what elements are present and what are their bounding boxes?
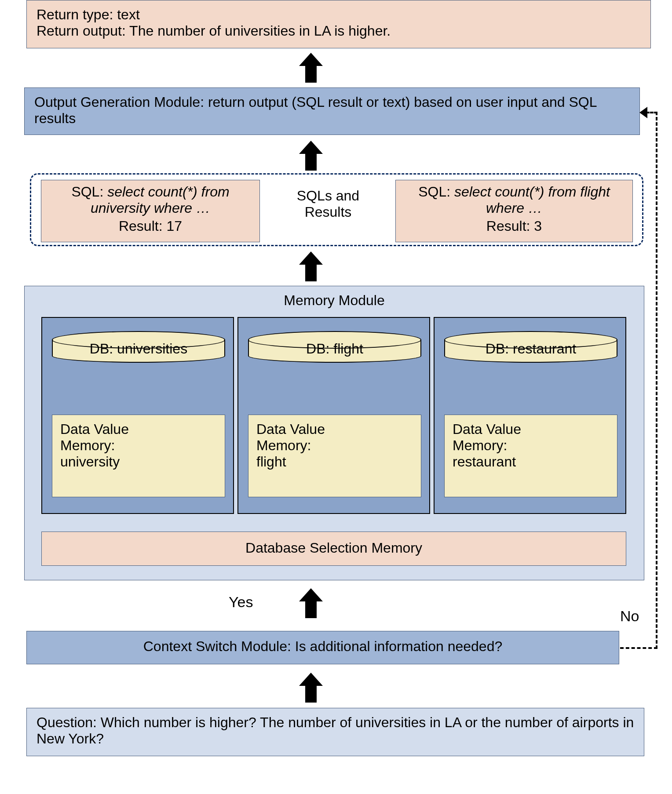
database-selection-memory: Database Selection Memory	[41, 532, 626, 566]
sql-left-result: Result: 17	[47, 218, 254, 234]
arrow-context-to-memory-icon	[299, 588, 323, 618]
output-generation-module: Output Generation Module: return output …	[24, 87, 640, 135]
dv1-l1: Data Value	[256, 421, 413, 437]
no-path-vertical-icon	[656, 112, 657, 649]
question-text: Question: Which number is higher? The nu…	[37, 714, 634, 747]
sql-right-result: Result: 3	[401, 218, 627, 234]
question-box: Question: Which number is higher? The nu…	[26, 708, 644, 756]
db-cylinder-1-icon: DB: flight	[248, 331, 421, 366]
arrow-output-to-return-icon	[299, 53, 323, 83]
sql-left-line: SQL: select count(*) from university whe…	[47, 184, 254, 216]
data-value-memory-2: Data Value Memory: restaurant	[444, 415, 617, 497]
memory-db-panel-0: DB: universities Data Value Memory: univ…	[41, 317, 234, 514]
sql-right-query: select count(*) from flight where …	[454, 184, 610, 216]
db-cylinder-1-label: DB: flight	[248, 341, 421, 357]
sql-right-prefix: SQL:	[418, 184, 454, 200]
sql-left-query: select count(*) from university where …	[91, 184, 230, 216]
dv0-l2: Memory:	[60, 437, 217, 454]
sql-right-line: SQL: select count(*) from flight where …	[401, 184, 627, 216]
database-selection-memory-label: Database Selection Memory	[245, 540, 422, 556]
dv0-l3: university	[60, 454, 217, 470]
memory-db-panel-1: DB: flight Data Value Memory: flight	[237, 317, 430, 514]
no-path-horizontal-icon	[620, 647, 657, 649]
sqls-mid-label: SQLs and Results	[269, 188, 387, 220]
arrow-memory-to-sqls-icon	[299, 251, 323, 281]
dv0-l1: Data Value	[60, 421, 217, 437]
db-cylinder-0-icon: DB: universities	[52, 331, 225, 366]
context-switch-module: Context Switch Module: Is additional inf…	[26, 631, 619, 664]
no-path-horizontal-top-icon	[646, 112, 657, 113]
sqls-mid-line2: Results	[269, 204, 387, 220]
memory-module-title: Memory Module	[25, 292, 644, 309]
sql-left-prefix: SQL:	[71, 184, 107, 200]
db-cylinder-0-label: DB: universities	[52, 341, 225, 357]
dv2-l2: Memory:	[453, 437, 609, 454]
dv1-l2: Memory:	[256, 437, 413, 454]
context-switch-text: Context Switch Module: Is additional inf…	[143, 638, 502, 654]
no-label: No	[620, 608, 639, 625]
return-output-line: Return output: The number of universitie…	[37, 23, 641, 39]
sql-right-box: SQL: select count(*) from flight where ……	[395, 180, 633, 242]
yes-label: Yes	[229, 594, 253, 611]
sqls-mid-line1: SQLs and	[269, 188, 387, 204]
dv2-l1: Data Value	[453, 421, 609, 437]
dv1-l3: flight	[256, 454, 413, 470]
db-cylinder-2-icon: DB: restaurant	[444, 331, 617, 366]
return-box: Return type: text Return output: The num…	[26, 0, 651, 48]
db-cylinder-2-label: DB: restaurant	[444, 341, 617, 357]
sqls-and-results-container: SQL: select count(*) from university whe…	[30, 173, 643, 246]
dv2-l3: restaurant	[453, 454, 609, 470]
data-value-memory-1: Data Value Memory: flight	[248, 415, 421, 497]
output-generation-text: Output Generation Module: return output …	[34, 94, 596, 126]
sql-left-box: SQL: select count(*) from university whe…	[41, 180, 260, 242]
memory-db-panel-2: DB: restaurant Data Value Memory: restau…	[434, 317, 626, 514]
return-type-line: Return type: text	[37, 7, 641, 23]
no-path-arrowhead-icon	[639, 107, 647, 118]
memory-module: Memory Module DB: universities Data Valu…	[24, 286, 644, 580]
arrow-question-to-context-icon	[299, 673, 323, 703]
arrow-sqls-to-output-icon	[299, 141, 323, 171]
data-value-memory-0: Data Value Memory: university	[52, 415, 225, 497]
